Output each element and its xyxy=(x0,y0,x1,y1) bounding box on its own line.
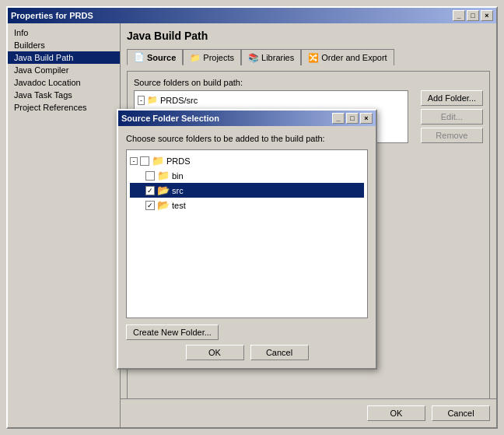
panel-title: Java Build Path xyxy=(127,30,490,42)
edit-button[interactable]: Edit... xyxy=(421,109,483,125)
bin-label: bin xyxy=(172,171,184,181)
tab-bar: 📄 Source 📁 Projects 📚 Libraries 🔀 Order … xyxy=(127,48,490,65)
dialog-title-buttons: _ □ × xyxy=(332,113,373,124)
source-tab-icon: 📄 xyxy=(134,52,145,62)
libraries-tab-icon: 📚 xyxy=(248,53,259,63)
order-export-tab-label: Order and Export xyxy=(321,53,387,62)
window-title: Properties for PRDS xyxy=(11,11,93,20)
list-item[interactable]: 📂 test xyxy=(130,198,364,212)
sidebar-item-info[interactable]: Info xyxy=(8,26,120,39)
minimize-button[interactable]: _ xyxy=(453,10,465,21)
src-folder-icon: 📂 xyxy=(157,184,170,196)
tab-projects[interactable]: 📁 Projects xyxy=(183,49,241,65)
list-item: - 📁 PRDS/src xyxy=(138,94,404,106)
dialog-close-button[interactable]: × xyxy=(360,113,373,124)
libraries-tab-label: Libraries xyxy=(261,53,294,62)
dialog-minimize-button[interactable]: _ xyxy=(332,113,345,124)
list-item[interactable]: 📁 bin xyxy=(130,168,364,183)
test-label: test xyxy=(172,201,186,210)
main-cancel-button[interactable]: Cancel xyxy=(432,405,490,421)
prds-checkbox[interactable] xyxy=(140,156,149,166)
folder-icon: 📁 xyxy=(147,95,158,105)
sidebar-item-java-build-path[interactable]: Java Build Path xyxy=(8,51,120,64)
dialog-maximize-button[interactable]: □ xyxy=(346,113,359,124)
source-folder-label: PRDS/src xyxy=(160,96,198,105)
maximize-button[interactable]: □ xyxy=(467,10,479,21)
tab-libraries[interactable]: 📚 Libraries xyxy=(241,49,301,65)
expand-icon: - xyxy=(138,96,145,105)
right-buttons: Add Folder... Edit... Remove xyxy=(421,90,483,143)
source-tab-label: Source xyxy=(147,53,176,62)
dialog-title-bar: Source Folder Selection _ □ × xyxy=(118,111,376,126)
src-label: src xyxy=(172,186,184,195)
remove-button[interactable]: Remove xyxy=(421,128,483,143)
title-bar-buttons: _ □ × xyxy=(453,10,493,21)
dialog-action-buttons: OK Cancel xyxy=(126,340,368,360)
bin-folder-icon: 📁 xyxy=(157,170,170,181)
source-folders-label: Source folders on build path: xyxy=(134,78,483,87)
dialog-content: Choose source folders to be added to the… xyxy=(118,126,376,368)
main-bottom-buttons: OK Cancel xyxy=(121,398,496,427)
src-checkbox[interactable] xyxy=(145,186,155,195)
sidebar: Info Builders Java Build Path Java Compi… xyxy=(8,23,121,427)
main-ok-button[interactable]: OK xyxy=(367,405,425,421)
sidebar-item-project-references[interactable]: Project References xyxy=(8,101,120,114)
tab-source[interactable]: 📄 Source xyxy=(127,49,183,65)
test-folder-icon: 📂 xyxy=(157,199,170,211)
dialog-description: Choose source folders to be added to the… xyxy=(126,134,368,143)
bin-checkbox[interactable] xyxy=(145,171,155,181)
add-folder-button[interactable]: Add Folder... xyxy=(421,90,483,106)
folder-icon: 📁 xyxy=(152,155,164,167)
prds-label: PRDS xyxy=(166,156,191,166)
dialog-cancel-button[interactable]: Cancel xyxy=(250,345,309,360)
sidebar-item-java-task-tags[interactable]: Java Task Tags xyxy=(8,89,120,101)
title-bar: Properties for PRDS _ □ × xyxy=(8,8,496,23)
test-checkbox[interactable] xyxy=(145,201,155,210)
create-new-folder-button[interactable]: Create New Folder... xyxy=(126,324,219,340)
order-export-tab-icon: 🔀 xyxy=(308,53,319,63)
source-folder-dialog: Source Folder Selection _ □ × Choose sou… xyxy=(117,109,377,370)
sidebar-item-builders[interactable]: Builders xyxy=(8,39,120,51)
list-item[interactable]: - 📁 PRDS xyxy=(130,153,364,168)
dialog-ok-button[interactable]: OK xyxy=(186,345,244,360)
expand-icon[interactable]: - xyxy=(130,157,138,165)
list-item[interactable]: 📂 src xyxy=(130,183,364,198)
projects-tab-icon: 📁 xyxy=(190,53,201,63)
tab-order-export[interactable]: 🔀 Order and Export xyxy=(301,49,394,65)
projects-tab-label: Projects xyxy=(203,53,234,62)
dialog-bottom-section: Create New Folder... xyxy=(126,324,368,340)
dialog-title: Source Folder Selection xyxy=(121,114,219,123)
sidebar-item-javadoc-location[interactable]: Javadoc Location xyxy=(8,76,120,89)
dialog-tree: - 📁 PRDS 📁 bin 📂 src 📂 test xyxy=(126,149,368,318)
close-button[interactable]: × xyxy=(481,10,493,21)
sidebar-item-java-compiler[interactable]: Java Compiler xyxy=(8,64,120,76)
